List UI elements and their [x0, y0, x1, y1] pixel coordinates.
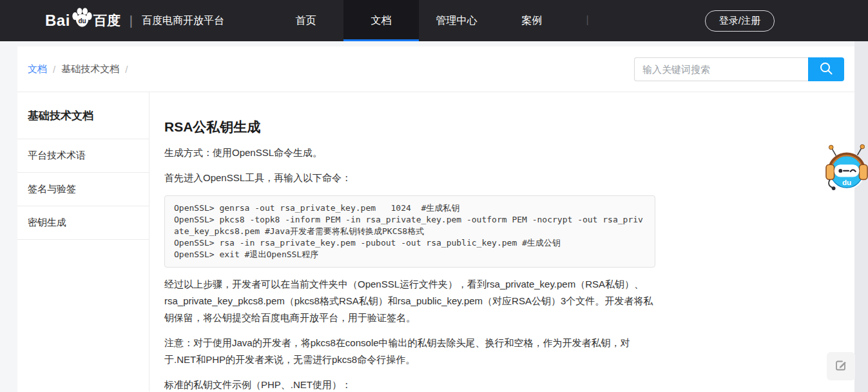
search-button[interactable]	[808, 57, 844, 81]
paragraph-openssl-intro: 首先进入OpenSSL工具，再输入以下命令：	[164, 170, 655, 186]
sidebar-item-platform-terms[interactable]: 平台技术术语	[17, 139, 149, 173]
code-line: OpenSSL> genrsa -out rsa_private_key.pem…	[174, 202, 646, 214]
right-gutter	[854, 41, 868, 392]
baidu-logo[interactable]: Bai du 百度 | 百度电商开放平台	[45, 0, 224, 41]
paragraph-key-example-intro: 标准的私钥文件示例（PHP、.NET使用）：	[164, 377, 655, 392]
logo-text-baidu-cn: 百度	[93, 12, 121, 30]
page-body: 文档 / 基础技术文档 / 基础技	[0, 41, 868, 392]
sidebar-item-key-generation[interactable]: 密钥生成	[17, 206, 149, 240]
content-row: 基础技术文档 平台技术术语 签名与验签 密钥生成 RSA公私钥生成 生成方式：使…	[17, 92, 854, 391]
sidebar-item-sign-verify[interactable]: 签名与验签	[17, 173, 149, 206]
baidu-paw-icon: du	[71, 8, 93, 30]
nav-item-docs[interactable]: 文档	[343, 0, 419, 41]
nav-item-management-center[interactable]: 管理中心	[419, 0, 494, 41]
feedback-button[interactable]	[827, 352, 855, 380]
page-title: RSA公私钥生成	[164, 118, 655, 136]
logo-text-bai: Bai	[45, 12, 70, 30]
chatbot-robot-icon: du	[825, 186, 868, 197]
paragraph-java-note: 注意：对于使用Java的开发者，将pkcs8在console中输出的私钥去除头尾…	[164, 335, 655, 368]
search-input[interactable]	[634, 57, 808, 81]
magnifier-icon	[818, 61, 834, 78]
nav-pipe-divider: 丨	[583, 14, 593, 28]
code-line: OpenSSL> pkcs8 -topk8 -inform PEM -in rs…	[174, 214, 646, 237]
code-line: OpenSSL> rsa -in rsa_private_key.pem -pu…	[174, 237, 646, 249]
code-block-openssl-commands: OpenSSL> genrsa -out rsa_private_key.pem…	[164, 195, 655, 268]
breadcrumb-row: 文档 / 基础技术文档 /	[17, 46, 854, 92]
nav-item-home[interactable]: 首页	[268, 0, 343, 41]
paragraph-steps-result: 经过以上步骤，开发者可以在当前文件夹中（OpenSSL运行文件夹），看到rsa_…	[164, 276, 655, 326]
main-nav-menu: 首页 文档 管理中心 案例	[268, 0, 570, 41]
edit-compose-icon	[834, 358, 848, 375]
chatbot-mascot[interactable]: du	[825, 143, 868, 195]
code-line: OpenSSL> exit #退出OpenSSL程序	[174, 249, 646, 260]
logo-product-name: 百度电商开放平台	[142, 14, 224, 28]
breadcrumb-separator: /	[53, 64, 55, 75]
nav-item-cases[interactable]: 案例	[494, 0, 570, 41]
sidebar: 基础技术文档 平台技术术语 签名与验签 密钥生成	[17, 92, 149, 391]
top-nav: Bai du 百度 | 百度电商开放平台 首页 文档 管理中心 案例 丨 登录/…	[0, 0, 868, 41]
breadcrumb-separator: /	[125, 64, 128, 75]
logo-divider: |	[130, 14, 133, 28]
sidebar-title: 基础技术文档	[17, 92, 149, 139]
svg-text:du: du	[78, 17, 86, 24]
paragraph-generation-method: 生成方式：使用OpenSSL命令生成。	[164, 144, 655, 161]
login-register-button[interactable]: 登录/注册	[705, 10, 775, 32]
content-card: 文档 / 基础技术文档 / 基础技	[17, 46, 854, 392]
breadcrumb-docs-link[interactable]: 文档	[28, 63, 47, 75]
breadcrumb-current: 基础技术文档	[61, 63, 119, 75]
search-box	[634, 57, 844, 81]
svg-text:du: du	[842, 178, 851, 186]
breadcrumb: 文档 / 基础技术文档 /	[28, 63, 133, 75]
doc-main: RSA公私钥生成 生成方式：使用OpenSSL命令生成。 首先进入OpenSSL…	[149, 92, 673, 391]
